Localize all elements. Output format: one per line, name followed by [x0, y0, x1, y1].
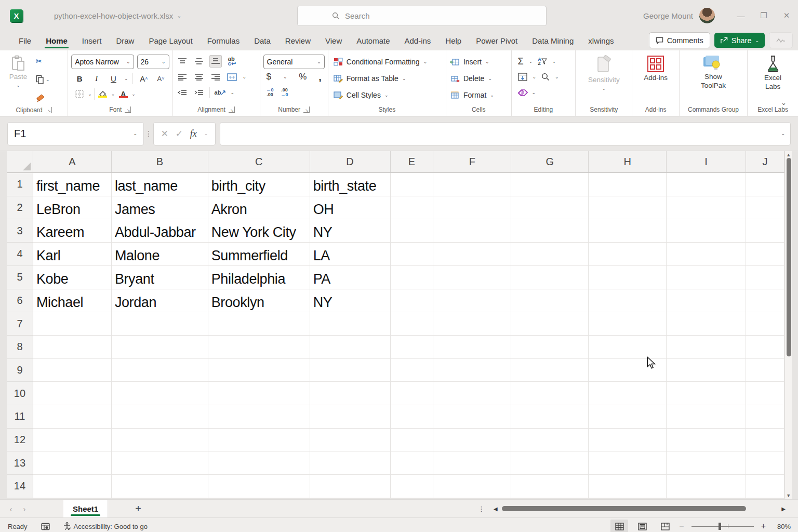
comma-button[interactable]: , — [318, 71, 322, 83]
page-break-view-button[interactable] — [656, 520, 674, 532]
column-header-G[interactable]: G — [511, 151, 589, 173]
cell-H12[interactable] — [589, 429, 667, 452]
normal-view-button[interactable] — [610, 520, 628, 532]
bottom-align-button[interactable] — [209, 55, 222, 68]
cell-C1[interactable]: birth_city — [208, 173, 310, 196]
cell-E3[interactable] — [391, 219, 434, 243]
cell-F1[interactable] — [433, 173, 511, 196]
cell-I1[interactable] — [667, 173, 746, 196]
borders-button[interactable] — [73, 88, 86, 100]
cell-D6[interactable]: NY — [310, 289, 391, 313]
row-header-12[interactable]: 12 — [7, 429, 33, 452]
cell-B11[interactable] — [112, 405, 208, 429]
cell-C2[interactable]: Akron — [208, 196, 310, 220]
row-header-13[interactable]: 13 — [7, 451, 33, 475]
tab-view[interactable]: View — [318, 32, 349, 49]
zoom-out-button[interactable]: − — [679, 522, 684, 531]
cell-I10[interactable] — [667, 382, 746, 405]
cell-H6[interactable] — [589, 289, 667, 313]
tab-data-mining[interactable]: Data Mining — [525, 32, 581, 49]
font-size-select[interactable]: 26⌄ — [137, 55, 169, 69]
cell-A13[interactable] — [33, 451, 112, 475]
cell-J4[interactable] — [746, 243, 784, 266]
conditional-formatting-button[interactable]: Conditional Formatting⌄ — [334, 54, 427, 70]
cell-C7[interactable] — [208, 312, 310, 336]
cell-D7[interactable] — [310, 312, 391, 336]
cell-C14[interactable] — [208, 475, 310, 498]
row-header-8[interactable]: 8 — [7, 336, 33, 359]
font-color-button[interactable]: A — [117, 88, 129, 100]
cell-F13[interactable] — [433, 451, 511, 475]
orientation-dropdown[interactable]: ⌄ — [231, 90, 235, 95]
clear-button[interactable] — [518, 89, 528, 96]
zoom-slider[interactable] — [691, 526, 754, 527]
wrap-text-button[interactable]: abc↩ — [226, 55, 238, 68]
horizontal-scroll-thumb[interactable] — [502, 506, 746, 511]
cell-J9[interactable] — [746, 359, 784, 382]
pulse-button[interactable] — [769, 32, 793, 48]
vertical-scrollbar[interactable]: ▲ ▼ — [784, 151, 792, 499]
cell-E6[interactable] — [391, 289, 434, 313]
cell-G10[interactable] — [511, 382, 589, 405]
vertical-scroll-thumb[interactable] — [787, 158, 791, 356]
cell-E7[interactable] — [391, 312, 434, 336]
tab-add-ins[interactable]: Add-ins — [397, 32, 438, 49]
tab-formulas[interactable]: Formulas — [200, 32, 247, 49]
cell-I8[interactable] — [667, 336, 746, 359]
cell-E11[interactable] — [391, 405, 434, 429]
tab-home[interactable]: Home — [38, 32, 75, 49]
cell-E2[interactable] — [391, 196, 434, 220]
shrink-font-button[interactable]: A˅ — [154, 72, 167, 85]
grow-font-button[interactable]: A˄ — [138, 72, 150, 85]
cell-B1[interactable]: last_name — [112, 173, 208, 196]
cell-E8[interactable] — [391, 336, 434, 359]
cell-J7[interactable] — [746, 312, 784, 336]
column-header-I[interactable]: I — [667, 151, 746, 173]
cell-G3[interactable] — [511, 219, 589, 243]
cell-J14[interactable] — [746, 475, 784, 498]
cell-G5[interactable] — [511, 266, 589, 289]
align-left-button[interactable] — [176, 71, 189, 83]
cell-D14[interactable] — [310, 475, 391, 498]
cell-I9[interactable] — [667, 359, 746, 382]
new-sheet-button[interactable]: + — [135, 503, 141, 515]
cell-J1[interactable] — [746, 173, 784, 196]
accessibility-status[interactable]: Accessibility: Good to go — [63, 522, 148, 530]
cell-G4[interactable] — [511, 243, 589, 266]
macro-record-button[interactable] — [41, 523, 50, 530]
cell-C5[interactable]: Philadelphia — [208, 266, 310, 289]
tab-automate[interactable]: Automate — [349, 32, 397, 49]
cell-B8[interactable] — [112, 336, 208, 359]
cell-G14[interactable] — [511, 475, 589, 498]
font-dialog-launcher[interactable] — [125, 107, 131, 113]
cell-G13[interactable] — [511, 451, 589, 475]
cell-A1[interactable]: first_name — [33, 173, 112, 196]
cell-J11[interactable] — [746, 405, 784, 429]
cell-G2[interactable] — [511, 196, 589, 220]
tab-file[interactable]: File — [11, 32, 38, 49]
cell-D11[interactable] — [310, 405, 391, 429]
cell-H1[interactable] — [589, 173, 667, 196]
column-header-J[interactable]: J — [746, 151, 784, 173]
column-header-H[interactable]: H — [589, 151, 667, 173]
horizontal-scrollbar[interactable]: ◀ ▶ — [494, 503, 786, 514]
cell-E14[interactable] — [391, 475, 434, 498]
cell-A12[interactable] — [33, 429, 112, 452]
orientation-button[interactable]: ab — [214, 86, 227, 99]
cell-B13[interactable] — [112, 451, 208, 475]
page-layout-view-button[interactable] — [633, 520, 651, 532]
underline-dropdown[interactable]: ⌄ — [124, 76, 128, 81]
font-color-dropdown[interactable]: ⌄ — [131, 91, 136, 97]
cell-C13[interactable] — [208, 451, 310, 475]
middle-align-button[interactable] — [193, 55, 205, 68]
cell-I4[interactable] — [667, 243, 746, 266]
cell-F2[interactable] — [433, 196, 511, 220]
tab-help[interactable]: Help — [438, 32, 469, 49]
cell-B4[interactable]: Malone — [112, 243, 208, 266]
sort-filter-button[interactable]: AZ — [538, 57, 547, 65]
currency-button[interactable]: $ — [267, 72, 271, 82]
expand-formula-bar[interactable]: ⌄ — [781, 131, 785, 136]
cell-F12[interactable] — [433, 429, 511, 452]
copy-button[interactable]: ⌄ — [34, 73, 51, 86]
insert-function-button[interactable]: fx — [190, 128, 197, 139]
